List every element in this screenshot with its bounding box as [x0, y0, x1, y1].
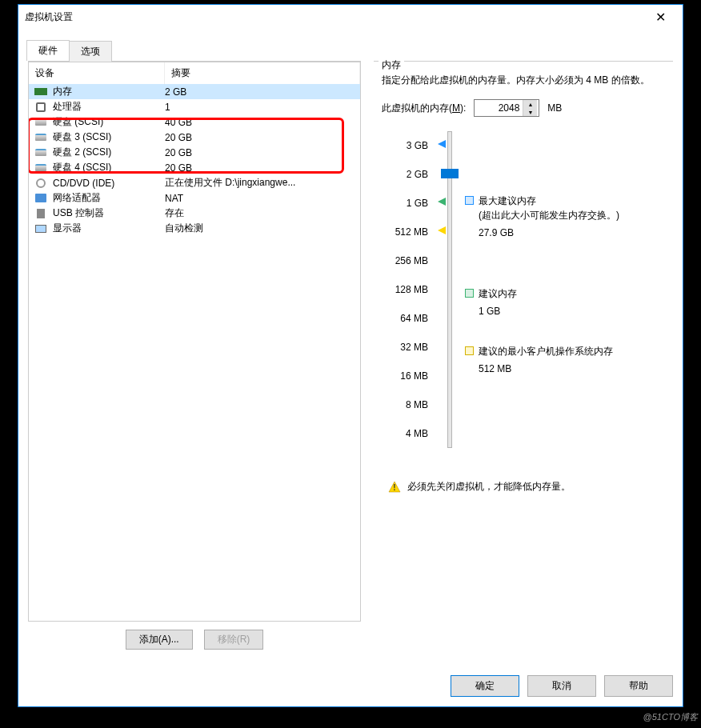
- spin-up-icon[interactable]: ▲: [523, 100, 537, 108]
- memory-ticks: 3 GB2 GB1 GB512 MB256 MB128 MB64 MB32 MB…: [382, 131, 428, 448]
- net-icon: [34, 193, 48, 204]
- ok-button[interactable]: 确定: [451, 675, 519, 697]
- tab-options[interactable]: 选项: [69, 41, 112, 62]
- device-row[interactable]: 硬盘 (SCSI)40 GB: [29, 114, 360, 130]
- marker-rec-icon: [438, 198, 446, 206]
- memory-fieldset: 内存 指定分配给此虚拟机的内存量。内存大小必须为 4 MB 的倍数。 此虚拟机的…: [374, 66, 673, 500]
- cpu-icon: [34, 102, 48, 113]
- usb-icon: [34, 208, 48, 219]
- tick-label: 64 MB: [382, 304, 428, 333]
- device-row[interactable]: 内存2 GB: [29, 84, 360, 99]
- close-button[interactable]: ✕: [644, 6, 676, 28]
- device-summary: 存在: [165, 206, 360, 220]
- device-row[interactable]: USB 控制器存在: [29, 206, 360, 221]
- device-summary: NAT: [165, 193, 360, 204]
- remove-button: 移除(R): [204, 630, 264, 650]
- device-name: 硬盘 4 (SCSI): [53, 161, 111, 174]
- device-row[interactable]: 硬盘 4 (SCSI)20 GB: [29, 160, 360, 175]
- blue-square-icon: [465, 196, 474, 205]
- vm-settings-dialog: 虚拟机设置 ✕ 硬件 选项 设备 摘要 内存2 GB处理器1硬盘 (SCSI)4…: [18, 4, 683, 707]
- tick-label: 16 MB: [382, 362, 428, 390]
- tick-label: 8 MB: [382, 390, 428, 419]
- device-name: CD/DVD (IDE): [53, 178, 114, 189]
- tick-label: 32 MB: [382, 333, 428, 362]
- memory-input[interactable]: [475, 100, 523, 116]
- slider-track: [447, 131, 452, 448]
- device-summary: 2 GB: [165, 86, 360, 98]
- device-row[interactable]: CD/DVD (IDE)正在使用文件 D:\jingxiangwe...: [29, 175, 360, 190]
- mem-icon: [34, 86, 48, 98]
- device-name: 处理器: [53, 100, 82, 114]
- device-name: 显示器: [53, 222, 82, 235]
- tick-label: 4 MB: [382, 419, 428, 448]
- device-row[interactable]: 硬盘 3 (SCSI)20 GB: [29, 130, 360, 145]
- min-rec-block: 建议的最小客户机操作系统内存 512 MB: [465, 344, 613, 376]
- device-summary: 1: [165, 102, 360, 113]
- device-name: 硬盘 (SCSI): [53, 115, 103, 129]
- tick-label: 3 GB: [382, 131, 428, 160]
- tick-label: 128 MB: [382, 275, 428, 304]
- device-row[interactable]: 网络适配器NAT: [29, 190, 360, 206]
- dialog-title: 虚拟机设置: [25, 10, 644, 24]
- col-device[interactable]: 设备: [29, 62, 165, 84]
- disk-icon: [34, 147, 48, 158]
- memory-slider[interactable]: [436, 131, 457, 448]
- device-summary: 自动检测: [165, 222, 360, 235]
- memory-warning: ! 必须先关闭虚拟机，才能降低内存量。: [382, 480, 665, 494]
- memory-legend: 内存: [379, 58, 404, 72]
- disk-icon: [34, 132, 48, 143]
- tick-label: 1 GB: [382, 189, 428, 218]
- watermark: @51CTO博客: [643, 711, 698, 723]
- memory-unit: MB: [547, 102, 562, 114]
- help-button[interactable]: 帮助: [604, 675, 673, 697]
- tab-strip: 硬件 选项: [18, 29, 683, 61]
- device-row[interactable]: 显示器自动检测: [29, 221, 360, 236]
- device-summary: 40 GB: [165, 117, 360, 128]
- slider-thumb[interactable]: [441, 169, 459, 178]
- device-name: 硬盘 2 (SCSI): [53, 146, 111, 159]
- tick-label: 2 GB: [382, 160, 428, 189]
- device-summary: 正在使用文件 D:\jingxiangwe...: [165, 176, 360, 190]
- marker-max-icon: [438, 140, 446, 148]
- device-list-header: 设备 摘要: [29, 62, 360, 84]
- memory-spinbox[interactable]: ▲ ▼: [474, 99, 539, 117]
- tick-label: 512 MB: [382, 218, 428, 246]
- device-name: 硬盘 3 (SCSI): [53, 130, 111, 144]
- device-name: 内存: [53, 85, 72, 98]
- device-name: USB 控制器: [53, 206, 104, 220]
- device-row[interactable]: 处理器1: [29, 99, 360, 114]
- green-square-icon: [465, 289, 474, 298]
- svg-text:!: !: [393, 483, 395, 492]
- yellow-square-icon: [465, 346, 474, 355]
- memory-panel: 内存 指定分配给此虚拟机的内存量。内存大小必须为 4 MB 的倍数。 此虚拟机的…: [374, 61, 673, 658]
- device-row[interactable]: 硬盘 2 (SCSI)20 GB: [29, 145, 360, 160]
- warning-icon: !: [388, 481, 401, 494]
- memory-desc: 指定分配给此虚拟机的内存量。内存大小必须为 4 MB 的倍数。: [382, 73, 665, 88]
- mon-icon: [34, 223, 48, 234]
- add-button[interactable]: 添加(A)...: [126, 630, 193, 650]
- device-summary: 20 GB: [165, 162, 360, 174]
- device-summary: 20 GB: [165, 132, 360, 143]
- disk-icon: [34, 117, 48, 128]
- cancel-button[interactable]: 取消: [527, 675, 596, 697]
- hardware-list-panel: 设备 摘要 内存2 GB处理器1硬盘 (SCSI)40 GB硬盘 3 (SCSI…: [28, 61, 361, 658]
- tab-hardware[interactable]: 硬件: [26, 40, 70, 61]
- titlebar: 虚拟机设置 ✕: [18, 5, 683, 29]
- device-summary: 20 GB: [165, 147, 360, 158]
- rec-block: 建议内存 1 GB: [465, 286, 517, 318]
- dialog-buttons: 确定 取消 帮助: [18, 666, 683, 706]
- device-name: 网络适配器: [53, 191, 101, 205]
- memory-input-label: 此虚拟机的内存(M):: [382, 102, 466, 115]
- device-list: 设备 摘要 内存2 GB处理器1硬盘 (SCSI)40 GB硬盘 3 (SCSI…: [28, 62, 361, 622]
- spin-down-icon[interactable]: ▼: [523, 108, 537, 116]
- marker-min-icon: [438, 226, 446, 234]
- max-rec-block: 最大建议内存 (超出此大小可能发生内存交换。) 27.9 GB: [465, 194, 619, 240]
- tick-label: 256 MB: [382, 246, 428, 275]
- cd-icon: [34, 178, 48, 189]
- disk-icon: [34, 162, 48, 174]
- col-summary[interactable]: 摘要: [165, 62, 360, 84]
